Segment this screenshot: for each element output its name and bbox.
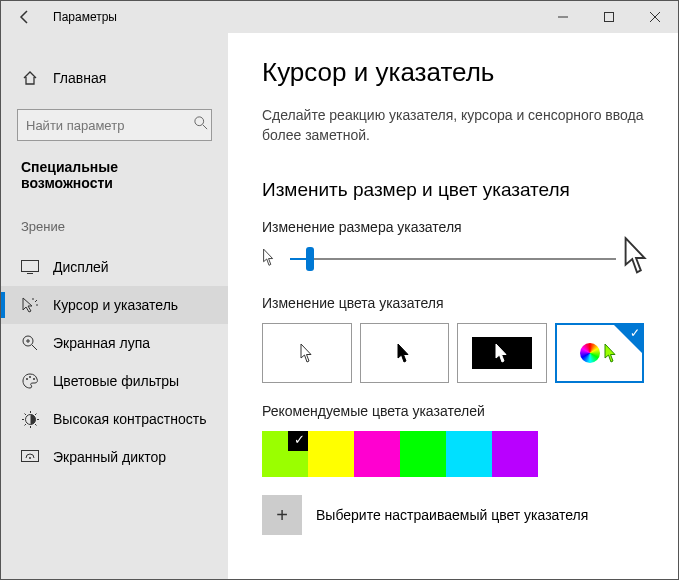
check-icon: ✓ [630,326,640,340]
svg-line-3 [203,125,207,129]
magnifier-icon [21,334,39,352]
swatch-green[interactable] [400,431,446,477]
slider-track[interactable] [290,258,616,260]
nav-label: Высокая контрастность [53,411,206,427]
nav-item-color-filters[interactable]: Цветовые фильтры [1,362,228,400]
window-controls [540,1,678,33]
minimize-button[interactable] [540,1,586,33]
recommended-swatches: ✓ [262,431,644,477]
cursor-icon [21,296,39,314]
search-input[interactable] [26,118,194,133]
home-icon [21,69,39,87]
svg-line-18 [24,413,26,415]
cursor-large-icon [624,236,651,282]
pointer-color-black[interactable] [360,323,450,383]
back-button[interactable] [1,1,49,33]
color-label: Изменение цвета указателя [262,295,644,311]
size-label: Изменение размера указателя [262,219,644,235]
maximize-button[interactable] [586,1,632,33]
close-button[interactable] [632,1,678,33]
nav-item-display[interactable]: Дисплей [1,248,228,286]
group-label: Зрение [1,219,228,242]
nav-item-narrator[interactable]: Экранный диктор [1,438,228,476]
custom-color-label: Выберите настраиваемый цвет указателя [316,507,588,523]
slider-thumb[interactable] [306,247,314,271]
swatch-lime[interactable]: ✓ [262,431,308,477]
sidebar: Главная Специальные возможности Зрение Д… [1,33,228,579]
palette-icon [21,372,39,390]
page-title: Курсор и указатель [262,57,644,88]
svg-point-2 [195,117,204,126]
main-content: Курсор и указатель Сделайте реакцию указ… [228,33,678,579]
display-icon [21,258,39,276]
nav-label: Экранная лупа [53,335,150,351]
nav-item-contrast[interactable]: Высокая контрастность [1,400,228,438]
pointer-size-slider[interactable] [262,247,644,271]
window-title: Параметры [53,10,117,24]
nav-label: Курсор и указатель [53,297,178,313]
plus-icon: + [276,504,288,527]
check-icon: ✓ [294,432,305,447]
svg-line-21 [24,424,26,426]
svg-line-20 [35,413,37,415]
nav-label: Цветовые фильтры [53,373,179,389]
pointer-color-white[interactable] [262,323,352,383]
swatch-cyan[interactable] [446,431,492,477]
color-wheel-icon [580,343,600,363]
search-box[interactable] [17,109,212,141]
contrast-icon [21,410,39,428]
svg-line-19 [35,424,37,426]
swatch-purple[interactable] [492,431,538,477]
svg-point-12 [33,378,35,380]
home-link[interactable]: Главная [1,61,228,95]
custom-color-row: + Выберите настраиваемый цвет указателя [262,495,644,535]
section-title: Специальные возможности [1,159,228,209]
nav-label: Дисплей [53,259,109,275]
svg-point-23 [29,457,31,459]
section-heading: Изменить размер и цвет указателя [262,179,644,201]
recommended-label: Рекомендуемые цвета указателей [262,403,644,419]
svg-point-10 [26,378,28,380]
svg-rect-22 [22,451,39,462]
svg-rect-1 [605,13,614,22]
svg-point-11 [29,376,31,378]
cursor-small-icon [263,248,276,270]
home-label: Главная [53,70,106,86]
pointer-color-inverted[interactable] [457,323,547,383]
nav-item-cursor[interactable]: Курсор и указатель [1,286,228,324]
pointer-color-custom[interactable]: ✓ [555,323,645,383]
svg-line-7 [32,345,37,350]
page-description: Сделайте реакцию указателя, курсора и се… [262,106,644,145]
narrator-icon [21,448,39,466]
titlebar: Параметры [1,1,678,33]
svg-rect-4 [22,261,39,272]
nav-item-magnifier[interactable]: Экранная лупа [1,324,228,362]
add-custom-color-button[interactable]: + [262,495,302,535]
pointer-color-options: ✓ [262,323,644,383]
search-icon [194,116,208,134]
swatch-pink[interactable] [354,431,400,477]
nav-label: Экранный диктор [53,449,166,465]
swatch-yellow[interactable] [308,431,354,477]
